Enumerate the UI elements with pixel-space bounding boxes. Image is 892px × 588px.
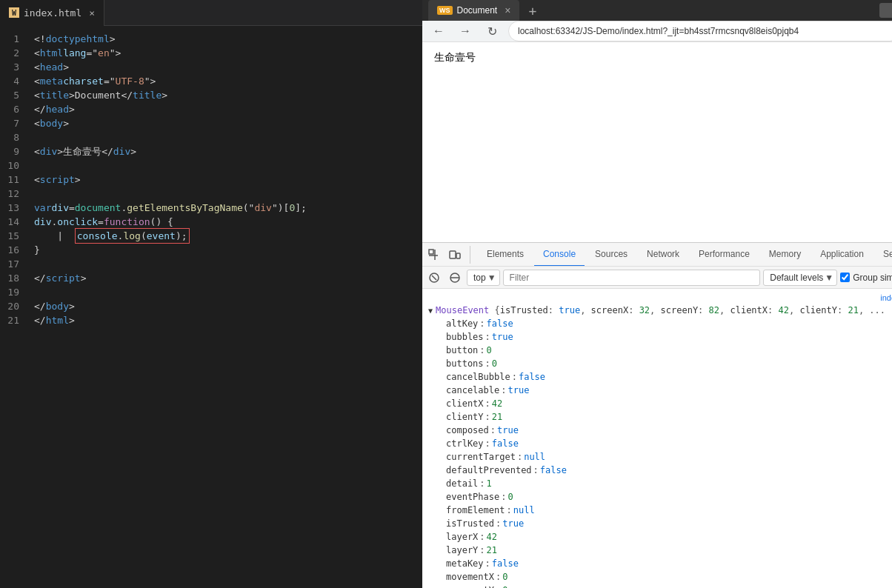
default-levels-chevron: ▼ (825, 273, 833, 283)
reload-button[interactable]: ↻ (482, 21, 502, 41)
prop-cancelable: cancelable: true (446, 384, 892, 397)
code-line-5: <title>Document</title> (28, 88, 422, 102)
html-file-icon: W (9, 7, 19, 18)
code-line-13: var div = document.getElementsByTagName(… (28, 201, 422, 215)
code-line-2: <html lang="en"> (28, 46, 422, 60)
editor-tab[interactable]: W index.html × (0, 0, 104, 26)
svg-line-6 (432, 275, 436, 280)
console-source-ref: index (422, 292, 892, 304)
prop-fromElement: fromElement: null (446, 504, 892, 517)
prop-movementY: movementY: 0 (446, 584, 892, 588)
svg-rect-0 (429, 250, 433, 254)
browser-viewport: 生命壹号 (422, 42, 892, 242)
expand-triangle[interactable]: ▼ (428, 307, 433, 315)
code-line-9: <div>生命壹号</div> (28, 144, 422, 158)
editor-tab-label: index.html (24, 7, 81, 19)
source-ref-link[interactable]: index (880, 293, 892, 302)
console-filter-input[interactable] (503, 270, 761, 286)
code-line-8 (28, 130, 422, 144)
devtools-panel: Elements Console Sources Network Perform… (422, 242, 892, 588)
prop-cancelBubble: cancelBubble: false (446, 370, 892, 384)
devtools-tab-icons (425, 246, 470, 264)
prop-ctrlKey: ctrlKey: false (446, 437, 892, 450)
prop-movementX: movementX: 0 (446, 570, 892, 584)
group-similar-checkbox[interactable] (840, 273, 850, 282)
code-line-15: | console.log(event); (28, 229, 422, 243)
close-browser-tab-button[interactable]: × (505, 4, 510, 16)
svg-rect-3 (450, 251, 456, 258)
page-content-text: 生命壹号 (434, 51, 476, 63)
window-controls (879, 3, 892, 18)
prop-bubbles: bubbles: true (446, 330, 892, 344)
browser-tab-title: Document (457, 5, 498, 16)
device-toggle-icon[interactable] (446, 246, 464, 264)
prop-metaKey: metaKey: false (446, 557, 892, 570)
tab-elements[interactable]: Elements (478, 243, 533, 267)
editor-tab-bar: W index.html × (0, 0, 422, 26)
browser-tab[interactable]: WS Document × (428, 0, 519, 21)
code-line-16: } (28, 243, 422, 257)
group-similar-container: Group simila (840, 273, 892, 283)
console-output: index ▼ MouseEvent {isTrusted: true, scr… (422, 289, 892, 588)
code-line-18: </script> (28, 271, 422, 285)
console-properties-list: altKey: false bubbles: true button: 0 bu… (422, 317, 892, 588)
clear-console-button[interactable] (425, 269, 443, 287)
prop-altKey: altKey: false (446, 317, 892, 330)
prop-layerY: layerY: 21 (446, 544, 892, 557)
code-line-20: </body> (28, 299, 422, 313)
tab-console[interactable]: Console (534, 243, 585, 267)
code-line-7: <body> (28, 116, 422, 130)
tab-performance[interactable]: Performance (690, 243, 759, 267)
tab-application[interactable]: Application (811, 243, 873, 267)
code-line-3: <head> (28, 60, 422, 74)
prop-clientY: clientY: 21 (446, 410, 892, 424)
code-content: <!doctype html> <html lang="en"> <head> … (28, 26, 422, 588)
prop-eventPhase: eventPhase: 0 (446, 490, 892, 504)
code-line-14: div.onclick = function () { (28, 215, 422, 229)
default-levels-label: Default levels (770, 273, 823, 283)
new-tab-button[interactable]: + (528, 3, 536, 19)
prop-buttons: buttons: 0 (446, 357, 892, 370)
code-line-4: <meta charset="UTF-8"> (28, 74, 422, 88)
code-line-6: </head> (28, 102, 422, 116)
editor-panel: W index.html × 12345 678910 1112131415 1… (0, 0, 422, 588)
code-line-17 (28, 257, 422, 271)
browser-toolbar: ← → ↻ (422, 21, 892, 42)
tab-network[interactable]: Network (638, 243, 688, 267)
console-toolbar: top ▼ Default levels ▼ Group simila (422, 267, 892, 289)
line-numbers: 12345 678910 1112131415 1617181920 21 (0, 26, 28, 588)
browser-panel: WS Document × + ← → ↻ 生命壹号 (422, 0, 892, 588)
top-context-select[interactable]: top ▼ (467, 270, 500, 286)
code-line-21: </html> (28, 313, 422, 327)
svg-rect-4 (456, 253, 460, 258)
prop-defaultPrevented: defaultPrevented: false (446, 464, 892, 477)
mouse-event-header: ▼ MouseEvent {isTrusted: true, screenX: … (422, 304, 892, 317)
tab-memory[interactable]: Memory (760, 243, 810, 267)
mouse-event-text: MouseEvent {isTrusted: true, screenX: 32… (436, 305, 885, 315)
inspect-element-icon[interactable] (425, 246, 443, 264)
prop-currentTarget: currentTarget: null (446, 450, 892, 464)
code-area: 12345 678910 1112131415 1617181920 21 <!… (0, 26, 422, 588)
prop-detail: detail: 1 (446, 477, 892, 490)
top-context-label: top (473, 273, 486, 283)
tab-sources[interactable]: Sources (586, 243, 636, 267)
prop-clientX: clientX: 42 (446, 397, 892, 410)
address-bar[interactable] (508, 21, 892, 41)
block-console-button[interactable] (446, 269, 464, 287)
browser-titlebar: WS Document × + (422, 0, 892, 21)
back-button[interactable]: ← (428, 21, 449, 41)
devtools-tabs: Elements Console Sources Network Perform… (422, 243, 892, 267)
code-line-10 (28, 158, 422, 173)
ws-badge: WS (437, 6, 453, 15)
tab-se[interactable]: Se (874, 243, 892, 267)
code-line-11: <script> (28, 173, 422, 187)
top-context-chevron: ▼ (487, 273, 496, 283)
prop-button: button: 0 (446, 344, 892, 357)
minimize-button[interactable] (879, 3, 892, 18)
forward-button[interactable]: → (455, 21, 476, 41)
code-line-12 (28, 187, 422, 201)
default-levels-select[interactable]: Default levels ▼ (763, 270, 837, 286)
code-line-19 (28, 285, 422, 299)
group-similar-label: Group simila (853, 273, 892, 283)
close-editor-tab-icon[interactable]: × (89, 7, 95, 19)
